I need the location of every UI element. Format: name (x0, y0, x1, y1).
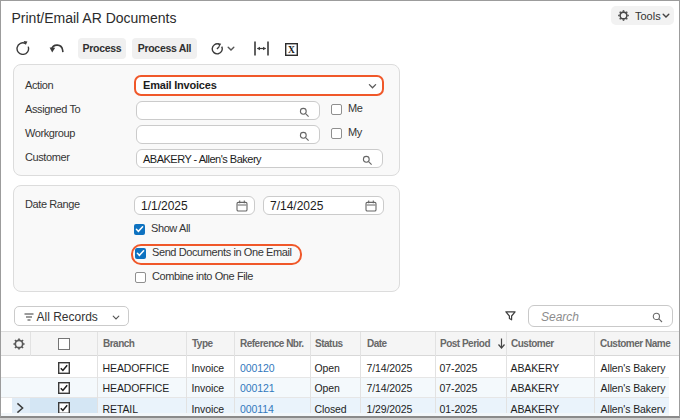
svg-text:X: X (288, 45, 295, 55)
